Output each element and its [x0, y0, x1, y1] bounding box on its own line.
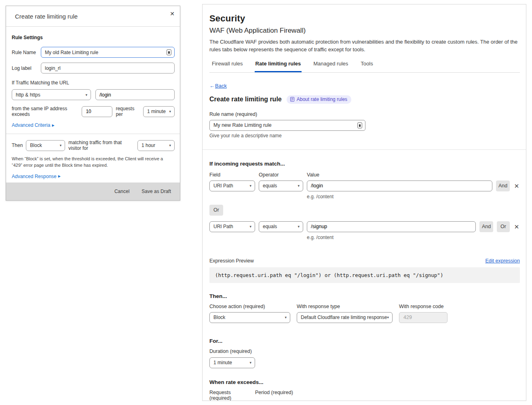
- operator-select[interactable]: equals ▾: [259, 221, 303, 232]
- tab-tools[interactable]: Tools: [360, 61, 374, 72]
- chevron-down-icon: ▾: [60, 143, 62, 147]
- chevron-down-icon: ▾: [298, 225, 300, 229]
- field-column-label: Field: [209, 172, 255, 178]
- log-label-input[interactable]: [41, 63, 175, 73]
- then-label: Then: [12, 143, 23, 148]
- then-middle-text: matching traffic from that visitor for: [68, 140, 134, 151]
- tab-firewall-rules[interactable]: Firewall rules: [211, 61, 244, 72]
- expression-preview-section: Expression Preview Edit expression (http…: [209, 258, 520, 283]
- expression-preview-label: Expression Preview: [209, 258, 254, 264]
- page-subtitle: WAF (Web Application Firewall): [209, 27, 520, 35]
- block-note-text: When “Block” is set, when the threshold …: [12, 156, 170, 169]
- threshold-period-select[interactable]: 1 minute ▾: [143, 106, 175, 117]
- or-connector-row: Or: [209, 205, 222, 216]
- value-input[interactable]: [307, 180, 492, 191]
- document-icon: [290, 97, 295, 102]
- value-column-label: Value: [307, 172, 520, 178]
- advanced-criteria-link[interactable]: Advanced Criteria ▶: [12, 122, 55, 128]
- and-button[interactable]: And: [479, 221, 493, 232]
- chevron-down-icon: ▾: [285, 315, 287, 319]
- chevron-down-icon: ▾: [169, 109, 171, 113]
- response-type-label: With response type: [297, 304, 393, 309]
- security-waf-panel: Security WAF (Web Application Firewall) …: [202, 4, 526, 401]
- threshold-requests-input[interactable]: [82, 106, 112, 117]
- save-as-draft-button[interactable]: Save as Draft: [141, 189, 171, 194]
- create-rule-heading: Create rate limiting rule: [209, 96, 282, 103]
- arrow-left-icon: ←: [209, 83, 215, 89]
- choose-action-label: Choose action (required): [209, 304, 290, 309]
- field-select[interactable]: URI Path ▾: [209, 180, 255, 191]
- traffic-match-row: http & https ▾: [12, 89, 175, 100]
- log-label-row: Log label: [12, 63, 175, 73]
- cancel-button[interactable]: Cancel: [114, 189, 129, 194]
- rule-name-row: Rule Name: [12, 47, 175, 58]
- chevron-down-icon: ▾: [387, 315, 389, 319]
- duration-select[interactable]: 1 minute ▾: [209, 357, 255, 368]
- action-select[interactable]: Block ▾: [26, 140, 65, 151]
- response-code-label: With response code: [399, 304, 448, 309]
- value-input[interactable]: [307, 221, 476, 232]
- tab-rate-limiting-rules[interactable]: Rate limiting rules: [255, 61, 302, 72]
- field-select[interactable]: URI Path ▾: [209, 221, 255, 232]
- match-row-2: URI Path ▾ equals ▾ And Or ✕ e.g. /conte…: [209, 221, 520, 240]
- remove-rule-icon[interactable]: ✕: [513, 224, 520, 230]
- threshold-row: from the same IP address exceeds request…: [12, 106, 175, 117]
- modal-body: Rule Settings Rule Name Log label If Tra…: [6, 27, 180, 197]
- back-link[interactable]: ←Back: [209, 83, 227, 89]
- close-icon[interactable]: ✕: [170, 11, 175, 17]
- chevron-down-icon: ▾: [249, 361, 251, 365]
- about-rate-limiting-badge[interactable]: About rate limiting rules: [287, 95, 351, 104]
- or-button[interactable]: Or: [209, 205, 223, 216]
- then-section: Then... Choose action (required) Block ▾…: [209, 293, 520, 323]
- advanced-response-link[interactable]: Advanced Response ▶: [12, 174, 61, 179]
- value-helper: e.g. /content: [307, 194, 492, 199]
- rule-name-helper: Give your rule a descriptive name: [209, 133, 520, 138]
- autofill-icon[interactable]: [357, 122, 362, 128]
- chevron-down-icon: ▾: [169, 143, 171, 147]
- then-row: Then Block ▾ matching traffic from that …: [12, 140, 175, 151]
- expression-code: (http.request.uri.path eq "/login") or (…: [209, 267, 520, 283]
- ban-duration-select[interactable]: 1 hour ▾: [137, 140, 175, 151]
- rule-name-input[interactable]: [41, 47, 175, 58]
- scheme-select[interactable]: http & https ▾: [12, 89, 91, 100]
- operator-column-label: Operator: [259, 172, 303, 178]
- modal-footer: Cancel Save as Draft: [6, 183, 180, 200]
- remove-rule-icon[interactable]: ✕: [513, 183, 520, 189]
- or-button[interactable]: Or: [497, 221, 510, 232]
- response-type-select[interactable]: Default Cloudflare rate limiting respons…: [297, 312, 393, 323]
- edit-expression-link[interactable]: Edit expression: [486, 258, 520, 264]
- rule-name-block: Rule name (required) Give your rule a de…: [209, 111, 520, 138]
- for-heading: For...: [209, 338, 520, 344]
- threshold-middle-text: requests per: [116, 106, 140, 117]
- page-title: Security: [209, 13, 520, 24]
- response-code-input: 429: [399, 312, 448, 323]
- divider: [6, 134, 180, 134]
- traffic-match-label: If Traffic Matching the URL: [12, 80, 175, 86]
- modal-header: Create rate limiting rule ✕: [6, 6, 180, 27]
- rate-heading: When rate exceeds...: [209, 379, 520, 385]
- rule-name-input[interactable]: [209, 120, 365, 131]
- chevron-down-icon: ▾: [249, 184, 251, 188]
- screenshot-stage: Create rate limiting rule ✕ Rule Setting…: [0, 0, 532, 405]
- chevron-down-icon: ▾: [298, 184, 300, 188]
- rate-section: When rate exceeds... Requests (required)…: [209, 379, 520, 401]
- waf-tabs: Firewall rules Rate limiting rules Manag…: [209, 61, 520, 73]
- for-section: For... Duration (required) 1 minute ▾: [209, 338, 520, 368]
- choose-action-select[interactable]: Block ▾: [209, 312, 290, 323]
- modal-title: Create rate limiting rule: [15, 13, 78, 20]
- divider: [203, 149, 526, 150]
- tab-managed-rules[interactable]: Managed rules: [312, 61, 349, 72]
- rule-name-label: Rule name (required): [209, 111, 520, 117]
- then-heading: Then...: [209, 293, 520, 299]
- operator-select[interactable]: equals ▾: [259, 180, 303, 191]
- triangle-right-icon: ▶: [52, 124, 54, 127]
- url-pattern-input[interactable]: [95, 89, 175, 100]
- value-helper: e.g. /content: [307, 235, 476, 240]
- and-button[interactable]: And: [496, 180, 510, 191]
- legacy-rate-limit-modal: Create rate limiting rule ✕ Rule Setting…: [6, 6, 180, 201]
- rule-name-label: Rule Name: [12, 50, 41, 55]
- autofill-icon[interactable]: [167, 49, 171, 55]
- requests-label: Requests (required): [209, 390, 251, 401]
- threshold-prefix-text: from the same IP address exceeds: [12, 106, 78, 117]
- waf-description: The Cloudflare WAF provides both automat…: [209, 38, 519, 54]
